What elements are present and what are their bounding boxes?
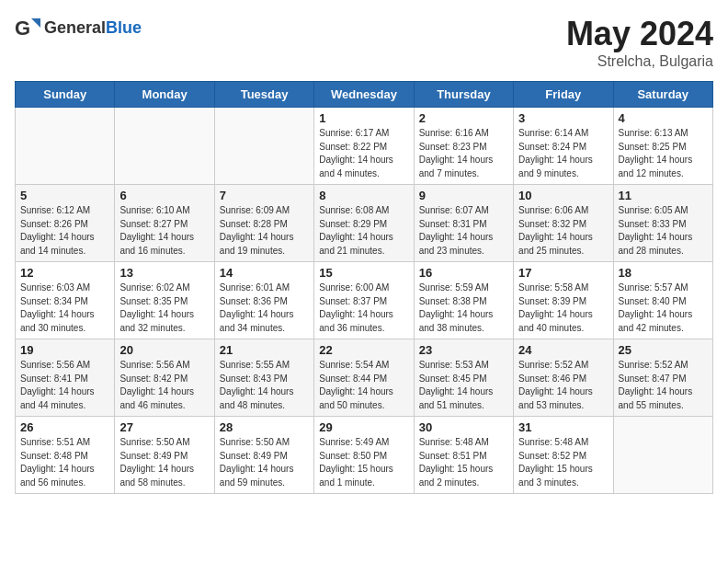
calendar-day	[16, 108, 115, 185]
day-number: 13	[119, 266, 209, 280]
calendar-day: 3Sunrise: 6:14 AMSunset: 8:24 PMDaylight…	[514, 108, 613, 185]
day-number: 15	[319, 266, 408, 280]
day-header-wednesday: Wednesday	[314, 82, 414, 108]
day-number: 27	[119, 420, 209, 434]
day-info: Sunrise: 5:59 AMSunset: 8:38 PMDaylight:…	[419, 282, 508, 335]
calendar-day: 17Sunrise: 5:58 AMSunset: 8:39 PMDayligh…	[514, 262, 613, 339]
day-info: Sunrise: 6:01 AMSunset: 8:36 PMDaylight:…	[220, 282, 309, 335]
day-number: 1	[319, 111, 408, 125]
calendar-day: 13Sunrise: 6:02 AMSunset: 8:35 PMDayligh…	[115, 262, 214, 339]
day-number: 11	[619, 189, 708, 202]
day-number: 8	[319, 189, 408, 202]
day-info: Sunrise: 6:12 AMSunset: 8:26 PMDaylight:…	[20, 204, 109, 258]
day-info: Sunrise: 6:16 AMSunset: 8:23 PMDaylight:…	[419, 127, 508, 180]
day-number: 7	[220, 189, 309, 202]
day-number: 5	[20, 189, 109, 202]
logo-blue: Blue	[106, 18, 142, 37]
day-info: Sunrise: 5:51 AMSunset: 8:48 PMDaylight:…	[20, 436, 109, 489]
day-number: 30	[419, 420, 508, 434]
day-number: 20	[119, 343, 209, 357]
day-info: Sunrise: 6:06 AMSunset: 8:32 PMDaylight:…	[518, 204, 608, 258]
day-info: Sunrise: 5:56 AMSunset: 8:42 PMDaylight:…	[119, 359, 209, 412]
day-info: Sunrise: 6:10 AMSunset: 8:27 PMDaylight:…	[119, 204, 209, 258]
day-info: Sunrise: 6:13 AMSunset: 8:25 PMDaylight:…	[619, 127, 708, 180]
calendar-day: 30Sunrise: 5:48 AMSunset: 8:51 PMDayligh…	[414, 417, 513, 494]
day-info: Sunrise: 5:52 AMSunset: 8:47 PMDaylight:…	[619, 359, 708, 412]
day-number: 29	[319, 420, 408, 434]
calendar-week-row: 12Sunrise: 6:03 AMSunset: 8:34 PMDayligh…	[16, 262, 713, 339]
svg-marker-1	[31, 18, 40, 28]
calendar-day: 27Sunrise: 5:50 AMSunset: 8:49 PMDayligh…	[115, 417, 214, 494]
calendar-day: 22Sunrise: 5:54 AMSunset: 8:44 PMDayligh…	[314, 339, 414, 417]
calendar-day	[613, 417, 712, 494]
day-info: Sunrise: 5:49 AMSunset: 8:50 PMDaylight:…	[319, 436, 408, 489]
calendar-day: 31Sunrise: 5:48 AMSunset: 8:52 PMDayligh…	[514, 417, 613, 494]
day-number: 14	[220, 266, 309, 280]
day-header-sunday: Sunday	[16, 82, 115, 108]
day-info: Sunrise: 5:48 AMSunset: 8:52 PMDaylight:…	[518, 436, 608, 489]
calendar-day: 19Sunrise: 5:56 AMSunset: 8:41 PMDayligh…	[16, 339, 115, 417]
day-header-tuesday: Tuesday	[214, 82, 313, 108]
day-info: Sunrise: 5:54 AMSunset: 8:44 PMDaylight:…	[319, 359, 408, 412]
title-block: May 2024 Strelcha, Bulgaria	[566, 15, 713, 70]
calendar-day: 1Sunrise: 6:17 AMSunset: 8:22 PMDaylight…	[314, 108, 414, 185]
calendar-day: 29Sunrise: 5:49 AMSunset: 8:50 PMDayligh…	[314, 417, 414, 494]
day-number: 19	[20, 343, 109, 357]
logo-icon: G	[15, 15, 40, 40]
day-info: Sunrise: 5:50 AMSunset: 8:49 PMDaylight:…	[220, 436, 309, 489]
calendar-day: 7Sunrise: 6:09 AMSunset: 8:28 PMDaylight…	[214, 185, 313, 262]
calendar-day	[214, 108, 313, 185]
page-header: G GeneralBlue May 2024 Strelcha, Bulgari…	[15, 15, 713, 70]
calendar-day: 12Sunrise: 6:03 AMSunset: 8:34 PMDayligh…	[16, 262, 115, 339]
calendar-day: 6Sunrise: 6:10 AMSunset: 8:27 PMDaylight…	[115, 185, 214, 262]
day-info: Sunrise: 6:05 AMSunset: 8:33 PMDaylight:…	[619, 204, 708, 258]
day-number: 31	[518, 420, 608, 434]
calendar-header-row: SundayMondayTuesdayWednesdayThursdayFrid…	[16, 82, 713, 108]
day-info: Sunrise: 6:08 AMSunset: 8:29 PMDaylight:…	[319, 204, 408, 258]
day-number: 4	[619, 111, 708, 125]
day-number: 3	[518, 111, 608, 125]
day-info: Sunrise: 5:56 AMSunset: 8:41 PMDaylight:…	[20, 359, 109, 412]
calendar-day: 15Sunrise: 6:00 AMSunset: 8:37 PMDayligh…	[314, 262, 414, 339]
day-info: Sunrise: 6:07 AMSunset: 8:31 PMDaylight:…	[419, 204, 508, 258]
day-number: 9	[419, 189, 508, 202]
day-header-friday: Friday	[514, 82, 613, 108]
calendar-day: 11Sunrise: 6:05 AMSunset: 8:33 PMDayligh…	[613, 185, 712, 262]
calendar-week-row: 1Sunrise: 6:17 AMSunset: 8:22 PMDaylight…	[16, 108, 713, 185]
calendar-day: 14Sunrise: 6:01 AMSunset: 8:36 PMDayligh…	[214, 262, 313, 339]
day-number: 6	[119, 189, 209, 202]
day-number: 10	[518, 189, 608, 202]
logo: G GeneralBlue	[15, 15, 142, 40]
day-header-saturday: Saturday	[613, 82, 712, 108]
day-info: Sunrise: 5:48 AMSunset: 8:51 PMDaylight:…	[419, 436, 508, 489]
day-info: Sunrise: 5:52 AMSunset: 8:46 PMDaylight:…	[518, 359, 608, 412]
logo-general: General	[44, 18, 106, 37]
day-info: Sunrise: 5:55 AMSunset: 8:43 PMDaylight:…	[220, 359, 309, 412]
calendar-day: 21Sunrise: 5:55 AMSunset: 8:43 PMDayligh…	[214, 339, 313, 417]
day-info: Sunrise: 6:17 AMSunset: 8:22 PMDaylight:…	[319, 127, 408, 180]
day-number: 21	[220, 343, 309, 357]
day-number: 23	[419, 343, 508, 357]
calendar-title: May 2024	[566, 15, 713, 53]
day-header-monday: Monday	[115, 82, 214, 108]
calendar-day	[115, 108, 214, 185]
calendar-day: 4Sunrise: 6:13 AMSunset: 8:25 PMDaylight…	[613, 108, 712, 185]
calendar-day: 25Sunrise: 5:52 AMSunset: 8:47 PMDayligh…	[613, 339, 712, 417]
day-number: 26	[20, 420, 109, 434]
day-info: Sunrise: 6:02 AMSunset: 8:35 PMDaylight:…	[119, 282, 209, 335]
calendar-day: 10Sunrise: 6:06 AMSunset: 8:32 PMDayligh…	[514, 185, 613, 262]
calendar-day: 20Sunrise: 5:56 AMSunset: 8:42 PMDayligh…	[115, 339, 214, 417]
day-number: 18	[619, 266, 708, 280]
day-info: Sunrise: 5:58 AMSunset: 8:39 PMDaylight:…	[518, 282, 608, 335]
calendar-day: 26Sunrise: 5:51 AMSunset: 8:48 PMDayligh…	[16, 417, 115, 494]
day-number: 2	[419, 111, 508, 125]
calendar-day: 28Sunrise: 5:50 AMSunset: 8:49 PMDayligh…	[214, 417, 313, 494]
day-info: Sunrise: 6:09 AMSunset: 8:28 PMDaylight:…	[220, 204, 309, 258]
day-info: Sunrise: 6:00 AMSunset: 8:37 PMDaylight:…	[319, 282, 408, 335]
calendar-week-row: 19Sunrise: 5:56 AMSunset: 8:41 PMDayligh…	[16, 339, 713, 417]
calendar-day: 16Sunrise: 5:59 AMSunset: 8:38 PMDayligh…	[414, 262, 513, 339]
calendar-day: 5Sunrise: 6:12 AMSunset: 8:26 PMDaylight…	[16, 185, 115, 262]
day-number: 16	[419, 266, 508, 280]
day-info: Sunrise: 6:14 AMSunset: 8:24 PMDaylight:…	[518, 127, 608, 180]
calendar-day: 2Sunrise: 6:16 AMSunset: 8:23 PMDaylight…	[414, 108, 513, 185]
